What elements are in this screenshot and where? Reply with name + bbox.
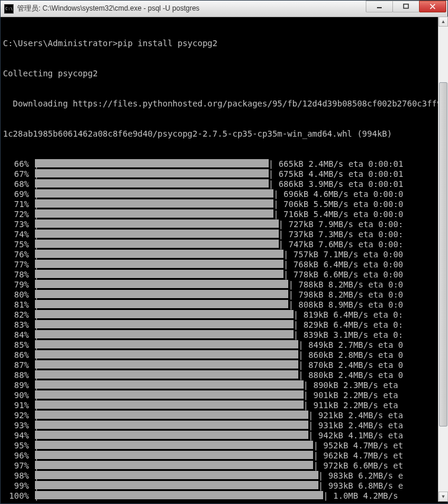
progress-stats: 860kB 2.8MB/s eta 0: [308, 350, 403, 360]
progress-bar-fill: [35, 199, 273, 208]
bar-separator: |: [29, 451, 35, 461]
progress-percent: 69%: [3, 189, 29, 199]
progress-percent: 87%: [3, 360, 29, 370]
progress-bar-fill: [35, 340, 298, 348]
scrollbar-thumb[interactable]: [439, 82, 447, 427]
console-output[interactable]: C:\Users\Administrator>pip install psyco…: [1, 17, 447, 503]
bar-separator-end: |: [313, 441, 323, 451]
progress-bar-fill: [35, 431, 308, 439]
progress-bar-fill: [35, 441, 313, 449]
progress-percent: 94%: [3, 431, 29, 441]
progress-line: 85% || 849kB 2.7MB/s eta 0: [3, 340, 447, 350]
close-icon: [430, 4, 436, 9]
progress-percent: 85%: [3, 340, 29, 350]
progress-line: 76% || 757kB 7.1MB/s eta 0:00: [3, 250, 447, 260]
titlebar[interactable]: C:\. 管理员: C:\Windows\system32\cmd.exe - …: [1, 1, 447, 17]
bar-separator: |: [29, 189, 35, 199]
progress-stats: 768kB 6.4MB/s eta 0:00: [294, 260, 403, 270]
progress-stats: 849kB 2.7MB/s eta 0: [308, 340, 403, 350]
progress-line: 87% || 870kB 2.4MB/s eta 0: [3, 360, 447, 370]
minimize-button[interactable]: [366, 1, 393, 12]
bar-separator: |: [29, 431, 35, 441]
bar-separator: |: [29, 230, 35, 240]
progress-bar-fill: [35, 390, 304, 399]
bar-separator: |: [29, 280, 35, 290]
progress-percent: 73%: [3, 219, 29, 230]
progress-line: 68% || 686kB 3.9MB/s eta 0:00:01: [3, 179, 447, 189]
progress-line: 100% || 1.0MB 4.2MB/s: [3, 491, 447, 501]
bar-separator-end: |: [313, 451, 323, 461]
progress-line: 98% || 983kB 6.2MB/s e: [3, 471, 447, 481]
progress-line: 66% || 665kB 2.4MB/s eta 0:00:01: [3, 159, 447, 169]
close-button[interactable]: [419, 1, 446, 12]
progress-bar-fill: [35, 230, 279, 238]
progress-bar-fill: [35, 300, 288, 308]
progress-stats: 880kB 2.4MB/s eta 0: [308, 370, 403, 380]
progress-stats: 870kB 2.4MB/s eta 0: [308, 360, 403, 370]
progress-percent: 82%: [3, 310, 29, 320]
bar-separator-end: |: [318, 471, 328, 481]
progress-stats: 839kB 3.1MB/s eta 0:: [304, 330, 404, 340]
scroll-down-button[interactable]: ▼: [439, 492, 448, 502]
progress-stats: 890kB 2.3MB/s eta: [313, 380, 403, 390]
progress-bar-fill: [35, 270, 283, 278]
progress-line: 74% || 737kB 7.3MB/s eta 0:00:: [3, 230, 447, 240]
progress-bar-fill: [35, 380, 304, 389]
download-url-line2: 1c28ab1985b6061462a08c8f6e9d40/psycopg2-…: [3, 129, 447, 139]
progress-bar-fill: [35, 250, 283, 258]
progress-line: 94% || 942kB 4.1MB/s eta: [3, 431, 447, 441]
progress-bar-fill: [35, 461, 313, 469]
maximize-button[interactable]: [392, 1, 420, 12]
scroll-up-button[interactable]: ▲: [439, 17, 448, 27]
scrollbar-track[interactable]: [439, 27, 448, 492]
bar-separator-end: |: [304, 400, 314, 411]
bar-separator: |: [29, 169, 35, 179]
progress-percent: 83%: [3, 320, 29, 330]
progress-percent: 97%: [3, 461, 29, 471]
progress-stats: 757kB 7.1MB/s eta 0:00: [294, 250, 403, 260]
bar-separator-end: |: [308, 411, 318, 421]
bar-separator-end: |: [273, 199, 283, 209]
progress-line: 97% || 972kB 6.6MB/s et: [3, 461, 447, 471]
bar-separator-end: |: [288, 300, 298, 310]
progress-block: 66% || 665kB 2.4MB/s eta 0:00:0167% || 6…: [3, 159, 447, 501]
progress-bar-fill: [35, 451, 313, 459]
progress-percent: 95%: [3, 441, 29, 451]
progress-line: 91% || 911kB 2.2MB/s eta: [3, 400, 447, 411]
progress-line: 77% || 768kB 6.4MB/s eta 0:00: [3, 260, 447, 270]
progress-bar-fill: [35, 330, 294, 338]
bar-separator-end: |: [283, 260, 294, 270]
progress-line: 90% || 901kB 2.2MB/s eta: [3, 390, 447, 400]
progress-stats: 747kB 7.6MB/s eta 0:00:: [288, 240, 403, 250]
vertical-scrollbar[interactable]: ▲ ▼: [438, 17, 448, 502]
command-line: C:\Users\Administrator>pip install psyco…: [3, 38, 447, 49]
bar-separator-end: |: [269, 159, 279, 169]
bar-separator: |: [29, 330, 35, 340]
progress-line: 73% || 727kB 7.9MB/s eta 0:00:: [3, 219, 447, 230]
progress-percent: 68%: [3, 179, 29, 189]
progress-line: 72% || 716kB 5.4MB/s eta 0:00:0: [3, 209, 447, 219]
progress-line: 89% || 890kB 2.3MB/s eta: [3, 380, 447, 390]
progress-stats: 819kB 6.4MB/s eta 0:: [304, 310, 404, 320]
bar-separator-end: |: [313, 461, 323, 471]
bar-separator-end: |: [294, 320, 304, 330]
progress-stats: 808kB 8.9MB/s eta 0:0: [298, 300, 403, 310]
progress-stats: 675kB 4.4MB/s eta 0:00:01: [279, 169, 404, 179]
progress-line: 82% || 819kB 6.4MB/s eta 0:: [3, 310, 447, 320]
progress-bar-fill: [35, 370, 298, 379]
progress-bar-fill: [35, 219, 279, 228]
bar-separator: |: [29, 340, 35, 350]
progress-stats: 686kB 3.9MB/s eta 0:00:01: [279, 179, 404, 189]
bar-separator-end: |: [318, 481, 328, 491]
bar-separator-end: |: [279, 219, 289, 230]
progress-bar-fill: [35, 481, 318, 489]
bar-separator-end: |: [279, 240, 289, 250]
bar-separator: |: [29, 300, 35, 310]
progress-line: 99% || 993kB 6.8MB/s e: [3, 481, 447, 491]
progress-line: 79% || 788kB 8.2MB/s eta 0:0: [3, 280, 447, 290]
progress-stats: 727kB 7.9MB/s eta 0:00:: [288, 219, 403, 230]
progress-stats: 901kB 2.2MB/s eta: [313, 390, 403, 400]
progress-stats: 983kB 6.2MB/s e: [328, 471, 403, 481]
progress-line: 88% || 880kB 2.4MB/s eta 0: [3, 370, 447, 380]
progress-percent: 88%: [3, 370, 29, 380]
